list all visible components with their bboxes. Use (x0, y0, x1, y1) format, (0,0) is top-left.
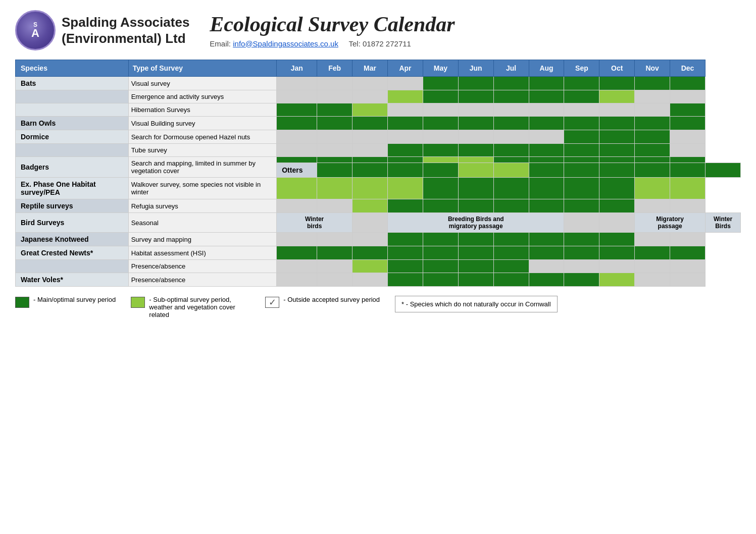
month-cell (705, 163, 741, 177)
logo-initials: SA (31, 22, 39, 39)
month-cell (352, 77, 388, 90)
month-cell (352, 233, 388, 246)
company-name: Spalding Associates (Environmental) Ltd (62, 14, 189, 47)
month-cell (529, 103, 564, 117)
month-cell (493, 103, 529, 117)
bird-winter2-cell: Winter Birds (705, 213, 741, 233)
month-cell (599, 163, 635, 177)
email-link[interactable]: info@Spaldingassociates.co.uk (233, 39, 338, 48)
col-header-dec: Dec (670, 60, 705, 77)
month-cell (423, 117, 458, 130)
table-row: Japanese KnotweedSurvey and mapping (16, 233, 741, 246)
month-cell (458, 178, 493, 199)
species-cell: Great Crested Newts* (16, 246, 129, 260)
month-cell (493, 144, 529, 157)
col-header-aug: Aug (529, 60, 564, 77)
month-cell (423, 144, 458, 157)
table-row: Presence/absence (16, 260, 741, 273)
month-cell (317, 199, 352, 213)
species-cell: Water Voles* (16, 273, 129, 287)
month-cell (635, 233, 670, 246)
month-cell (493, 178, 529, 199)
month-cell (670, 90, 705, 103)
month-cell (599, 77, 635, 90)
month-cell (493, 117, 529, 130)
type-cell: Walkover survey, some species not visibl… (128, 178, 277, 199)
month-cell (599, 157, 635, 163)
month-cell (423, 273, 458, 287)
month-cell (599, 273, 635, 287)
month-cell (277, 260, 317, 273)
month-cell (670, 233, 705, 246)
month-cell (317, 260, 352, 273)
table-row: Hibernation Surveys (16, 103, 741, 117)
month-cell (493, 90, 529, 103)
month-cell (670, 117, 705, 130)
month-cell (277, 77, 317, 90)
month-cell (564, 130, 599, 144)
page-header: SA Spalding Associates (Environmental) L… (15, 10, 741, 50)
month-cell (352, 273, 388, 287)
type-cell: Habitat assessment (HSI) (128, 246, 277, 260)
type-cell: Presence/absence (128, 260, 277, 273)
species-cell: Bird Surveys (16, 213, 129, 233)
month-cell (458, 273, 493, 287)
month-cell (388, 77, 423, 90)
month-cell (423, 199, 458, 213)
main-title: Ecological Survey Calendar (210, 13, 741, 36)
month-cell (277, 103, 317, 117)
table-row: BatsVisual survey (16, 77, 741, 90)
month-cell (635, 260, 670, 273)
month-cell (599, 103, 635, 117)
month-cell (388, 273, 423, 287)
month-cell (388, 246, 423, 260)
month-cell (670, 144, 705, 157)
month-cell (670, 246, 705, 260)
month-cell (277, 117, 317, 130)
month-cell (277, 273, 317, 287)
month-cell (352, 260, 388, 273)
col-header-oct: Oct (599, 60, 635, 77)
month-cell (529, 246, 564, 260)
type-cell: Visual Building survey (128, 117, 277, 130)
type-cell: Search and mapping, limited in summer by… (128, 157, 277, 178)
month-cell (564, 178, 599, 199)
month-cell (458, 130, 493, 144)
month-cell (599, 90, 635, 103)
month-cell (277, 90, 317, 103)
month-cell (458, 90, 493, 103)
month-cell (423, 130, 458, 144)
month-cell (670, 130, 705, 144)
month-cell (670, 77, 705, 90)
month-cell (599, 130, 635, 144)
month-cell (564, 157, 599, 163)
month-cell (352, 90, 388, 103)
species-cell: Ex. Phase One Habitat survey/PEA (16, 178, 129, 199)
month-cell (493, 163, 529, 177)
legend-light: - Sub-optimal survey period, weather and… (131, 296, 250, 318)
month-cell (388, 130, 423, 144)
month-cell (277, 157, 317, 163)
month-cell (458, 77, 493, 90)
col-header-species: Species (16, 60, 129, 77)
month-cell (423, 246, 458, 260)
type-cell: Hibernation Surveys (128, 103, 277, 117)
month-cell (670, 157, 705, 163)
month-cell (564, 144, 599, 157)
bird-aug-cell (599, 213, 635, 233)
species-cell: Otters (277, 163, 317, 177)
month-cell (635, 163, 670, 177)
table-row: Water Voles*Presence/absence (16, 273, 741, 287)
month-cell (388, 90, 423, 103)
month-cell (670, 178, 705, 199)
month-cell (529, 260, 564, 273)
month-cell (670, 260, 705, 273)
legend-dark: - Main/optimal survey period (15, 296, 116, 308)
month-cell (635, 144, 670, 157)
month-cell (458, 157, 493, 163)
month-cell (317, 178, 352, 199)
species-cell: Japanese Knotweed (16, 233, 129, 246)
table-row: BadgersSearch and mapping, limited in su… (16, 157, 741, 163)
month-cell (317, 130, 352, 144)
table-row: DormiceSearch for Dormouse opened Hazel … (16, 130, 741, 144)
